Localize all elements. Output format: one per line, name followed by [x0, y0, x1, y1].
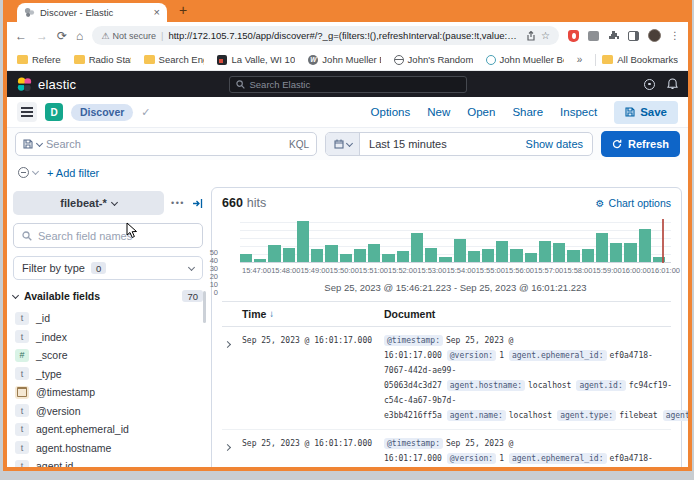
home-icon[interactable]: ⌂ [76, 29, 83, 43]
histogram-bar[interactable] [325, 245, 337, 263]
url-text[interactable]: http://172.105.7.150/app/discover#/?_g=(… [168, 30, 521, 41]
more-options-icon[interactable]: ••• [171, 198, 185, 208]
histogram-bar[interactable] [354, 249, 366, 263]
histogram-bar[interactable] [510, 249, 522, 263]
filter-menu-icon[interactable] [18, 167, 29, 178]
inspect-button[interactable]: Inspect [560, 106, 597, 118]
histogram-bar[interactable] [425, 248, 437, 263]
bookmark-item[interactable]: Search Engines [144, 54, 205, 65]
chrome-menu-icon[interactable]: ⋮ [670, 30, 680, 41]
address-bar[interactable]: ⚠Not secure | http://172.105.7.150/app/d… [92, 26, 559, 45]
histogram-bar[interactable] [268, 245, 280, 263]
bookmark-item[interactable]: WJohn Mueller Books [308, 54, 380, 65]
tab-strip: Discover - Elastic × + [7, 0, 688, 22]
histogram-bar[interactable] [496, 241, 508, 263]
expand-row-button[interactable] [222, 333, 242, 351]
tab-close-icon[interactable]: × [154, 7, 160, 18]
field-list-item[interactable]: tagent.id [13, 457, 203, 467]
chevron-down-icon[interactable] [32, 168, 39, 175]
calendar-button[interactable] [326, 133, 360, 155]
histogram-bar[interactable] [596, 233, 608, 263]
space-badge[interactable]: D [45, 103, 63, 121]
bookmark-item[interactable]: John's Random Tho... [394, 54, 473, 65]
bookmark-star-icon[interactable]: ☆ [541, 30, 550, 41]
new-button[interactable]: New [427, 106, 450, 118]
index-pattern-selector[interactable]: filebeat-* [13, 191, 164, 215]
histogram-bar[interactable] [639, 229, 651, 263]
expand-row-button[interactable] [222, 436, 242, 454]
extensions-area: ⋮ [568, 29, 680, 42]
x-axis-tick: 15:48:00 [271, 266, 300, 275]
field-list-item[interactable]: t_index [13, 328, 203, 347]
options-button[interactable]: Options [371, 106, 411, 118]
table-row[interactable]: Sep 25, 2023 @ 16:01:17.000@timestamp:Se… [222, 327, 671, 430]
bookmark-item[interactable]: Radio Stations [74, 54, 131, 65]
kql-label[interactable]: KQL [289, 139, 309, 150]
browser-tab[interactable]: Discover - Elastic × [17, 3, 167, 22]
histogram-bar[interactable] [411, 233, 423, 263]
bookmark-item[interactable]: La Valle, WI 10-Day... [217, 54, 295, 65]
sort-descending-icon[interactable]: ↓ [269, 308, 274, 320]
save-button[interactable]: Save [614, 101, 678, 124]
field-name-pill: agent.id: [576, 380, 625, 391]
extensions-puzzle-icon[interactable] [608, 30, 619, 41]
notifications-bell-icon[interactable] [667, 78, 678, 90]
add-filter-button[interactable]: + Add filter [47, 167, 99, 179]
histogram-bar[interactable] [368, 244, 380, 263]
field-list-item[interactable]: t_type [13, 365, 203, 384]
text-field-icon: t [15, 423, 29, 436]
show-dates-button[interactable]: Show dates [526, 138, 592, 150]
time-column-header[interactable]: Time ↓ [242, 308, 384, 320]
adblock-extension-icon[interactable] [568, 30, 579, 42]
back-icon[interactable]: ← [15, 29, 27, 43]
bookmark-item[interactable]: John Mueller Books... [486, 54, 564, 65]
time-range-value[interactable]: Last 15 minutes [360, 138, 526, 150]
field-name: _score [36, 349, 68, 361]
field-list-item[interactable]: @timestamp [13, 383, 203, 402]
table-row[interactable]: Sep 25, 2023 @ 16:01:17.000@timestamp:Se… [222, 430, 671, 467]
global-search-input[interactable]: Search Elastic [229, 76, 467, 93]
new-tab-button[interactable]: + [179, 2, 187, 18]
histogram-bar[interactable] [582, 249, 594, 263]
chart-options-button[interactable]: ⚙ Chart options [596, 197, 671, 209]
deployment-icon[interactable] [644, 79, 655, 90]
field-list-item[interactable]: tagent.ephemeral_id [13, 420, 203, 439]
bookmarks-overflow-icon[interactable]: » [577, 54, 583, 65]
histogram-bar[interactable] [553, 243, 565, 263]
extension-icon[interactable] [588, 31, 599, 41]
open-button[interactable]: Open [467, 106, 495, 118]
share-button[interactable]: Share [512, 106, 543, 118]
field-search-input[interactable]: Search field names [13, 223, 203, 248]
breadcrumb[interactable]: Discover [71, 104, 133, 121]
histogram-bar[interactable] [624, 243, 636, 263]
saved-query-icon[interactable] [23, 139, 33, 149]
kql-search-input[interactable]: Search KQL [15, 132, 317, 156]
field-list-item[interactable]: t_id [13, 309, 203, 328]
histogram-bar[interactable] [482, 249, 494, 263]
share-icon[interactable] [526, 31, 536, 41]
available-fields-header[interactable]: Available fields 70 [13, 290, 203, 302]
all-bookmarks-button[interactable]: All Bookmarks [602, 54, 678, 65]
refresh-button[interactable]: Refresh [601, 131, 680, 157]
filter-by-type-select[interactable]: Filter by type 0 [13, 256, 203, 280]
histogram-bar[interactable] [297, 221, 309, 263]
profile-avatar[interactable] [648, 29, 661, 42]
field-list-item[interactable]: t@version [13, 402, 203, 421]
field-list-item[interactable]: #_score [13, 346, 203, 365]
collapse-sidebar-icon[interactable] [192, 198, 203, 209]
chevron-down-icon[interactable] [36, 139, 43, 146]
histogram-bar[interactable] [454, 239, 466, 263]
field-list-item[interactable]: tagent.hostname [13, 439, 203, 458]
histogram-bar[interactable] [311, 249, 323, 263]
forward-icon[interactable]: → [36, 29, 48, 43]
histogram-bar[interactable] [283, 248, 295, 263]
filter-count-badge: 0 [91, 262, 106, 274]
bookmark-item[interactable]: Reference [17, 54, 61, 65]
reload-icon[interactable]: ⟳ [57, 29, 67, 43]
side-panel-icon[interactable] [628, 31, 639, 41]
histogram-bar[interactable] [539, 241, 551, 263]
menu-hamburger-icon[interactable] [17, 102, 37, 122]
current-time-marker [662, 219, 664, 263]
not-secure-warning[interactable]: ⚠Not secure [101, 31, 156, 41]
histogram-bar[interactable] [610, 243, 622, 263]
